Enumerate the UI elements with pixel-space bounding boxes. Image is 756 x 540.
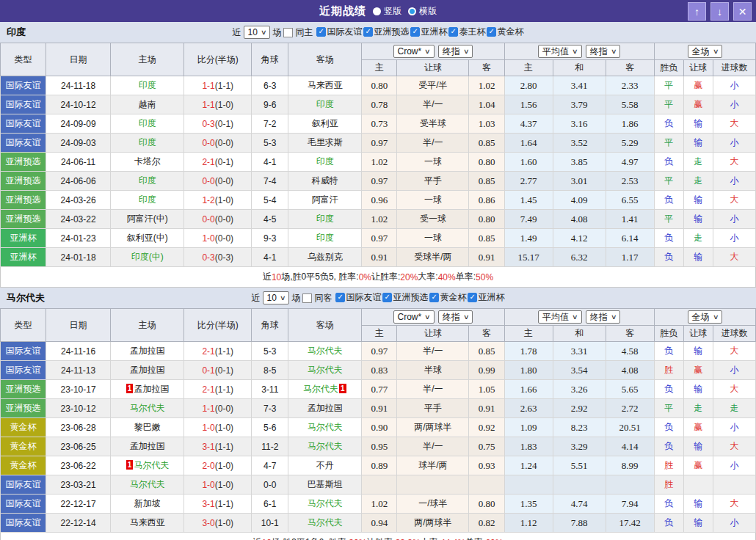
red-card-icon: 1 — [126, 460, 134, 470]
odds-stage-select-2[interactable]: 终指∨ — [586, 45, 621, 58]
full-time-score: 1-1 — [202, 404, 214, 414]
cell-avg-away: 7.94 — [606, 495, 654, 514]
odds-stage-select[interactable]: 终指∨ — [438, 310, 473, 324]
cell-odds-home — [362, 475, 397, 495]
cell-result-handicap: 输 — [683, 210, 713, 229]
home-team-name: 马尔代夫 — [134, 460, 169, 470]
view-radio-vertical[interactable]: 竖版 — [373, 5, 401, 18]
full-time-score: 2-0 — [202, 461, 214, 471]
cell-odds-home: 0.91 — [362, 248, 397, 267]
cell-avg-home: 2.77 — [504, 172, 553, 191]
competition-filter[interactable]: 亚洲预选 — [382, 291, 428, 304]
full-time-score: 0-0 — [202, 138, 214, 148]
competition-filters: 国际友谊亚洲预选黄金杯亚洲杯 — [334, 291, 504, 304]
average-select[interactable]: 平均值∨ — [538, 310, 582, 324]
odds-stage-select-2[interactable]: 终指∨ — [586, 310, 621, 324]
bookmaker-odds-group: Crow*∨ 终指∨ — [362, 309, 504, 326]
sub-header-handicap-result: 让球 — [683, 326, 713, 342]
scroll-up-button[interactable]: ↑ — [688, 2, 706, 21]
half-time-score: (1-0) — [215, 423, 233, 433]
scope-select[interactable]: 全场∨ — [688, 45, 723, 58]
scroll-down-button[interactable]: ↓ — [710, 2, 729, 21]
full-time-score: 3-1 — [202, 442, 214, 452]
home-team-name: 卡塔尔 — [134, 156, 161, 167]
cell-corners: 0-0 — [252, 475, 288, 495]
cell-odds-home: 0.89 — [362, 456, 397, 475]
cell-result-handicap — [683, 475, 713, 495]
cell-result-outcome: 平 — [654, 95, 683, 114]
home-team-name: 印度 — [139, 137, 156, 147]
cell-result-outcome: 负 — [654, 191, 683, 210]
cell-avg-home: 7.49 — [504, 210, 553, 229]
competition-filter[interactable]: 国际友谊 — [335, 291, 381, 304]
filter-bar: 印度 近 10∨ 场 同主 国际友谊亚洲预选亚洲杯泰王杯黄金杯 — [0, 22, 756, 43]
competition-filter[interactable]: 亚洲杯 — [410, 26, 447, 38]
full-time-score: 1-0 — [202, 480, 214, 490]
cell-away-team: 孟加拉国 — [288, 399, 362, 418]
col-header-date: 日期 — [46, 43, 111, 76]
bookmaker-select[interactable]: Crow*∨ — [393, 45, 435, 58]
cell-date: 24-06-11 — [46, 153, 111, 172]
close-button[interactable]: ✕ — [733, 2, 752, 21]
summary-text: 44.4% — [440, 538, 465, 540]
cell-result-outcome: 负 — [654, 248, 683, 267]
cell-away-team: 印度 — [288, 95, 362, 114]
cell-avg-home: 4.37 — [504, 114, 553, 134]
away-team-name: 印度 — [316, 233, 334, 243]
match-count-select[interactable]: 10∨ — [244, 26, 271, 39]
cell-odds-handicap: 两/两球半 — [397, 514, 469, 533]
cell-away-team: 马尔代夫 — [288, 495, 362, 514]
away-team-name: 马尔代夫 — [308, 498, 343, 508]
sub-header-odds-home: 主 — [362, 60, 397, 76]
cell-corners: 7-4 — [252, 172, 288, 191]
cell-odds-home: 0.96 — [362, 191, 397, 210]
competition-filter[interactable]: 泰王杯 — [448, 26, 485, 38]
competition-filter[interactable]: 亚洲预选 — [363, 26, 409, 38]
cell-odds-home: 0.97 — [362, 342, 397, 361]
competition-filter[interactable]: 亚洲杯 — [468, 291, 504, 304]
cell-avg-away: 4.97 — [606, 153, 654, 172]
red-card-icon: 1 — [339, 384, 346, 393]
checkbox-checked-icon — [410, 27, 420, 37]
competition-filter-label: 泰王杯 — [459, 26, 485, 38]
home-team-name: 阿富汗(中) — [127, 214, 168, 224]
same-venue-checkbox[interactable] — [302, 293, 312, 303]
results-body: 国际友谊24-11-16孟加拉国2-1(1-1)5-3马尔代夫0.97半/一0.… — [1, 342, 756, 533]
cell-score: 0-0(0-0) — [184, 134, 252, 153]
cell-odds-away: 0.85 — [469, 229, 504, 248]
cell-score: 3-1(1-1) — [184, 437, 252, 456]
home-team-name: 孟加拉国 — [134, 384, 169, 394]
filter-games-label: 场 — [272, 26, 281, 39]
cell-avg-draw: 4.09 — [553, 191, 606, 210]
average-select[interactable]: 平均值∨ — [538, 45, 582, 58]
cell-result-outcome: 负 — [654, 495, 683, 514]
competition-filter[interactable]: 黄金杯 — [487, 26, 523, 38]
cell-score: 3-0(1-0) — [184, 514, 252, 533]
cell-corners: 11-2 — [252, 437, 288, 456]
cell-avg-draw: 3.16 — [553, 114, 606, 134]
away-team-name: 孟加拉国 — [308, 403, 343, 413]
match-count-select[interactable]: 10∨ — [263, 291, 290, 304]
odds-stage-select[interactable]: 终指∨ — [438, 45, 473, 58]
competition-filter[interactable]: 国际友谊 — [316, 26, 362, 38]
same-venue-checkbox[interactable] — [283, 28, 293, 37]
cell-odds-away: 0.85 — [469, 134, 504, 153]
competition-type-badge: 亚洲预选 — [1, 191, 46, 210]
competition-type-badge: 亚洲预选 — [1, 210, 46, 229]
cell-result-outcome: 平 — [654, 399, 683, 418]
table-row: 国际友谊24-09-09印度0-3(0-1)7-2叙利亚0.73受半球1.034… — [1, 114, 756, 134]
cell-odds-handicap: 两/两球半 — [397, 418, 469, 437]
competition-filter[interactable]: 黄金杯 — [429, 291, 466, 304]
checkbox-checked-icon — [429, 293, 439, 302]
home-team-name: 孟加拉国 — [130, 365, 165, 375]
half-time-score: (0-1) — [215, 157, 233, 167]
view-radio-horizontal[interactable]: 横版 — [408, 5, 437, 18]
summary-text: 33.3% — [396, 538, 421, 540]
bookmaker-select[interactable]: Crow*∨ — [393, 310, 435, 324]
cell-date: 23-03-21 — [46, 475, 111, 495]
scope-select[interactable]: 全场∨ — [688, 310, 723, 324]
cell-score: 1-0(0-0) — [184, 229, 252, 248]
summary-text: 0% — [359, 272, 371, 282]
away-team-name: 马尔代夫 — [303, 384, 338, 394]
table-row: 国际友谊24-09-03印度0-0(0-0)5-3毛里求斯0.97半/一0.85… — [1, 134, 756, 153]
